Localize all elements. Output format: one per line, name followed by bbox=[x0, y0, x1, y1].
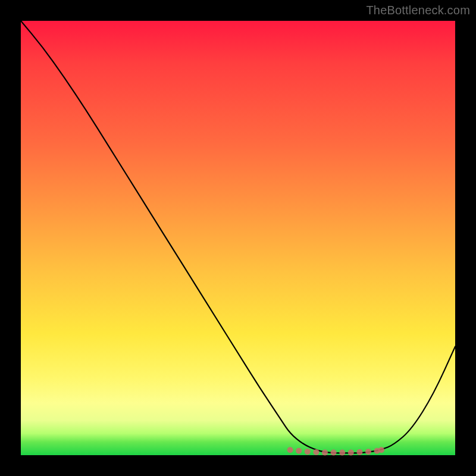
chart-frame: TheBottleneck.com bbox=[0, 0, 476, 476]
watermark-text: TheBottleneck.com bbox=[366, 4, 470, 17]
plot-area bbox=[21, 21, 455, 455]
marker-dot bbox=[322, 450, 328, 456]
bottom-markers bbox=[287, 447, 384, 455]
marker-dot bbox=[296, 448, 302, 454]
marker-dot bbox=[287, 447, 293, 453]
marker-dot bbox=[339, 450, 345, 456]
marker-dot bbox=[365, 449, 371, 455]
marker-dot bbox=[348, 450, 354, 456]
marker-dot bbox=[356, 449, 362, 455]
marker-dot bbox=[313, 449, 319, 455]
bottleneck-curve-svg bbox=[21, 21, 455, 455]
marker-dot bbox=[305, 449, 311, 455]
marker-dot bbox=[378, 447, 384, 453]
marker-dot bbox=[331, 450, 337, 456]
bottleneck-curve bbox=[21, 21, 455, 453]
